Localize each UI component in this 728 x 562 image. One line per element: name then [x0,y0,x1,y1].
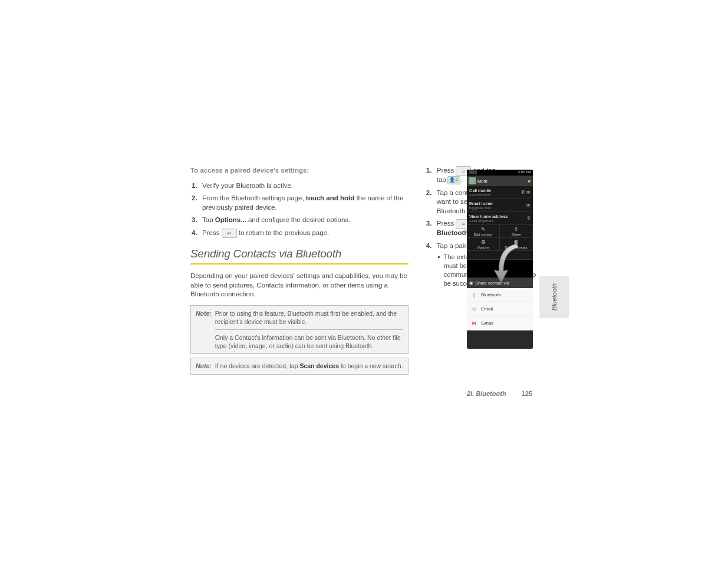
share-contact: ⇪Share [500,225,533,238]
bluetooth-icon: ᛒ [470,292,477,299]
note-label: Note: [196,362,212,370]
share-gmail: M Gmail [467,316,533,330]
share-bluetooth: ᛒ Bluetooth [467,288,533,302]
avatar-icon [469,177,476,184]
left-column: To access a paired device's settings: Ve… [190,166,409,378]
chapter-label: 2I. Bluetooth [467,390,506,397]
share-header: ◉ Share contact via [467,278,533,288]
note-box-1: Note: Prior to using this feature, Bluet… [190,305,409,355]
edit-icon: ✎ [481,226,486,232]
step-4: Press ↩ to return to the previous page. [194,229,409,238]
section-body: Depending on your paired devices' settin… [190,272,409,299]
phone-top-screen: ⬛⬛ 2:05 PM Mom ★ Call mobile214-555-5555… [467,170,533,259]
email-icon: ✉ [470,306,477,313]
side-tab-label: Bluetooth [551,283,558,310]
section-title: Sending Contacts via Bluetooth [190,246,409,265]
phone-mockup: ⬛⬛ 2:05 PM Mom ★ Call mobile214-555-5555… [467,170,533,349]
contact-header: Mom ★ [467,176,533,186]
row-call: Call mobile214-555-5555 ✆ ✉ [467,186,533,199]
options-icon: ⚙ [481,239,486,245]
phone-gap [467,259,533,278]
page-number: 125 [522,390,532,397]
access-steps: Verify your Bluetooth is active. From th… [194,181,409,238]
sms-icon: ✉ [526,190,531,195]
side-tab: Bluetooth [539,276,569,318]
share-circle-icon: ◉ [469,280,473,286]
delete-contact: 🗑Delete contact [500,238,533,251]
delete-icon: 🗑 [513,239,519,245]
options: ⚙Options [467,238,500,251]
phone-icon: ✆ [521,190,525,195]
star-icon: ★ [527,178,531,184]
note-label: Note: [196,309,212,351]
step-3: Tap Options... and configure the desired… [194,216,409,225]
page-footer: 2I. Bluetooth 125 [467,390,532,397]
row-email: Email homeh@gmail.com ✉ [467,199,533,212]
contact-name: Mom [477,178,487,184]
phone-bottom-screen: ◉ Share contact via ᛒ Bluetooth ✉ Email … [467,278,533,349]
step-2: From the Bluetooth settings page, touch … [194,194,409,212]
contacts-icon: 👤≡ [447,176,460,184]
action-grid: ✎Edit contact ⇪Share ⚙Options 🗑Delete co… [467,225,533,251]
map-icon: ⚲ [527,216,531,221]
mail-icon: ✉ [526,203,531,208]
share-icon: ⇪ [514,226,519,232]
share-email: ✉ Email [467,302,533,316]
share-list: ᛒ Bluetooth ✉ Email M Gmail [467,288,533,330]
row-address: View home address1234 Anywhere ⚲ [467,212,533,225]
back-icon: ↩ [222,229,237,238]
status-bar: ⬛⬛ 2:05 PM [467,170,533,176]
access-subhead: To access a paired device's settings: [190,166,409,176]
step-1: Verify your Bluetooth is active. [194,181,409,191]
note-box-2: Note: If no devices are detected, tap Sc… [190,358,409,374]
edit-contact: ✎Edit contact [467,225,500,238]
gmail-icon: M [470,320,477,327]
